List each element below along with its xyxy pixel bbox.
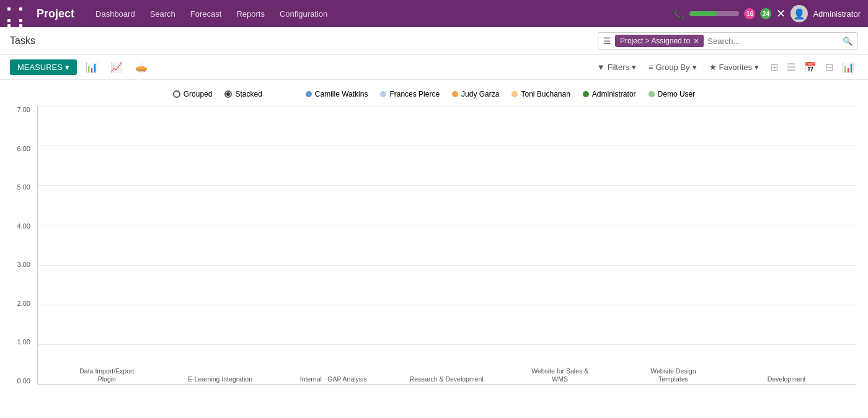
frances-label: Frances Pierce bbox=[389, 90, 440, 98]
toni-dot bbox=[512, 91, 518, 97]
legend-admin: Administrator bbox=[583, 90, 636, 98]
search-icon[interactable]: 🔍 bbox=[843, 37, 852, 46]
favorites-label: Favorites bbox=[719, 63, 752, 72]
filter-list-icon: ☰ bbox=[603, 36, 611, 46]
y-axis-label: 6.00 bbox=[17, 145, 30, 152]
legend-stacked[interactable]: Stacked bbox=[224, 90, 262, 98]
y-axis-label: 3.00 bbox=[17, 261, 30, 268]
demo-label: Demo User bbox=[658, 90, 696, 98]
nav-search[interactable]: Search bbox=[144, 6, 182, 22]
legend-frances: Frances Pierce bbox=[380, 90, 440, 98]
app-grid-menu[interactable] bbox=[7, 0, 29, 32]
table-view-icon[interactable]: ⊟ bbox=[822, 59, 837, 76]
nav-reports[interactable]: Reports bbox=[230, 6, 271, 22]
bar-chart-icon[interactable]: 📊 bbox=[82, 59, 102, 75]
camille-label: Camille Watkins bbox=[315, 90, 368, 98]
pie-chart-icon[interactable]: 🥧 bbox=[131, 59, 151, 75]
chart-container: Grouped Stacked Camille Watkins Frances … bbox=[0, 80, 868, 403]
filter-tag-text: Project > Assigned to bbox=[620, 37, 690, 45]
bar-group: Website for Sales & WMS bbox=[520, 364, 600, 384]
filters-chevron: ▾ bbox=[632, 63, 636, 72]
list-view-icon[interactable]: ☰ bbox=[783, 59, 799, 76]
search-input[interactable] bbox=[707, 37, 839, 46]
judy-label: Judy Garza bbox=[461, 90, 499, 98]
bar-group: Website Design Templates bbox=[633, 364, 714, 384]
bar-group: Development bbox=[746, 372, 827, 384]
legend-demo: Demo User bbox=[649, 90, 696, 98]
nav-dashboard[interactable]: Dashboard bbox=[89, 6, 141, 22]
groupby-button[interactable]: ≡ Group By ▾ bbox=[644, 60, 702, 74]
y-axis-label: 7.00 bbox=[17, 106, 30, 113]
chat-badge[interactable]: 16 bbox=[744, 8, 755, 19]
view-icons: ⊞ ☰ 📅 ⊟ 📊 bbox=[766, 59, 858, 76]
y-axis-label: 0.00 bbox=[17, 377, 30, 385]
bar-group: Internal - GAP Analysis bbox=[293, 372, 374, 384]
chart-area: 7.006.005.004.003.002.001.000.00 Data Im… bbox=[0, 106, 868, 403]
stacked-label: Stacked bbox=[235, 90, 262, 98]
top-navigation: Project Dashboard Search Forecast Report… bbox=[0, 0, 868, 27]
bar-group: E-Learning Integration bbox=[180, 372, 260, 384]
legend-grouped[interactable]: Grouped bbox=[173, 90, 213, 98]
calendar-view-icon[interactable]: 📅 bbox=[800, 59, 820, 76]
bar-label: E-Learning Integration bbox=[183, 375, 257, 384]
app-name: Project bbox=[37, 7, 74, 20]
measures-button[interactable]: MEASURES ▾ bbox=[10, 59, 77, 75]
filters-button[interactable]: ▼ Filters ▾ bbox=[592, 60, 641, 74]
bar-label: Internal - GAP Analysis bbox=[296, 375, 371, 384]
groupby-chevron: ▾ bbox=[693, 63, 697, 72]
progress-bar bbox=[689, 11, 739, 16]
filter-tag[interactable]: Project > Assigned to × bbox=[615, 35, 704, 47]
chart-legend: Grouped Stacked Camille Watkins Frances … bbox=[0, 90, 868, 98]
grouped-label: Grouped bbox=[184, 90, 213, 98]
main-nav: Dashboard Search Forecast Reports Config… bbox=[89, 6, 672, 22]
y-axis-label: 5.00 bbox=[17, 183, 30, 191]
nav-right: 📞 16 24 ✕ 👤 Administrator bbox=[672, 5, 861, 22]
frances-dot bbox=[380, 91, 386, 97]
legend-judy: Judy Garza bbox=[452, 90, 499, 98]
legend-toni: Toni Buchanan bbox=[512, 90, 570, 98]
activity-badge[interactable]: 24 bbox=[760, 8, 771, 19]
judy-dot bbox=[452, 91, 458, 97]
groupby-label: Group By bbox=[656, 63, 690, 72]
sub-header: Tasks ☰ Project > Assigned to × 🔍 bbox=[0, 27, 868, 55]
avatar[interactable]: 👤 bbox=[790, 5, 808, 22]
grouped-radio bbox=[173, 90, 180, 98]
toolbar-right: ▼ Filters ▾ ≡ Group By ▾ ★ Favorites ▾ ⊞… bbox=[592, 59, 858, 76]
legend-camille: Camille Watkins bbox=[306, 90, 368, 98]
search-bar: ☰ Project > Assigned to × 🔍 bbox=[598, 32, 858, 50]
nav-forecast[interactable]: Forecast bbox=[184, 6, 228, 22]
bar-group: Data Import/Export Plugin bbox=[66, 364, 147, 384]
stacked-radio bbox=[224, 90, 232, 98]
favorites-button[interactable]: ★ Favorites ▾ bbox=[704, 60, 764, 74]
filter-funnel-icon: ▼ bbox=[597, 63, 605, 72]
admin-dot bbox=[583, 91, 589, 97]
phone-icon[interactable]: 📞 bbox=[672, 8, 684, 20]
star-icon: ★ bbox=[709, 63, 717, 72]
toni-label: Toni Buchanan bbox=[521, 90, 570, 98]
admin-label: Administrator bbox=[592, 90, 636, 98]
kanban-view-icon[interactable]: ⊞ bbox=[766, 59, 782, 76]
toolbar-left: MEASURES ▾ 📊 📈 🥧 bbox=[10, 59, 151, 75]
filter-tag-close[interactable]: × bbox=[694, 36, 699, 46]
chart-view-icon[interactable]: 📊 bbox=[838, 59, 858, 76]
demo-dot bbox=[649, 91, 655, 97]
chart-inner: Data Import/Export PluginE-Learning Inte… bbox=[37, 106, 856, 385]
y-axis: 7.006.005.004.003.002.001.000.00 bbox=[0, 106, 34, 385]
filters-label: Filters bbox=[608, 63, 629, 72]
close-icon[interactable]: ✕ bbox=[776, 7, 786, 20]
groupby-icon: ≡ bbox=[649, 63, 653, 72]
line-chart-icon[interactable]: 📈 bbox=[107, 59, 126, 75]
page-title: Tasks bbox=[10, 35, 35, 46]
favorites-chevron: ▾ bbox=[755, 63, 759, 72]
bar-label: Data Import/Export Plugin bbox=[69, 367, 144, 384]
bar-label: Website Design Templates bbox=[636, 367, 711, 384]
measures-chevron: ▾ bbox=[65, 63, 69, 72]
toolbar: MEASURES ▾ 📊 📈 🥧 ▼ Filters ▾ ≡ Group By … bbox=[0, 55, 868, 80]
bar-label: Development bbox=[750, 375, 824, 384]
bars-container: Data Import/Export PluginE-Learning Inte… bbox=[38, 106, 856, 384]
y-axis-label: 2.00 bbox=[17, 300, 30, 307]
nav-configuration[interactable]: Configuration bbox=[273, 6, 334, 22]
measures-label: MEASURES bbox=[17, 63, 63, 72]
username: Administrator bbox=[813, 9, 861, 19]
camille-dot bbox=[306, 91, 312, 97]
